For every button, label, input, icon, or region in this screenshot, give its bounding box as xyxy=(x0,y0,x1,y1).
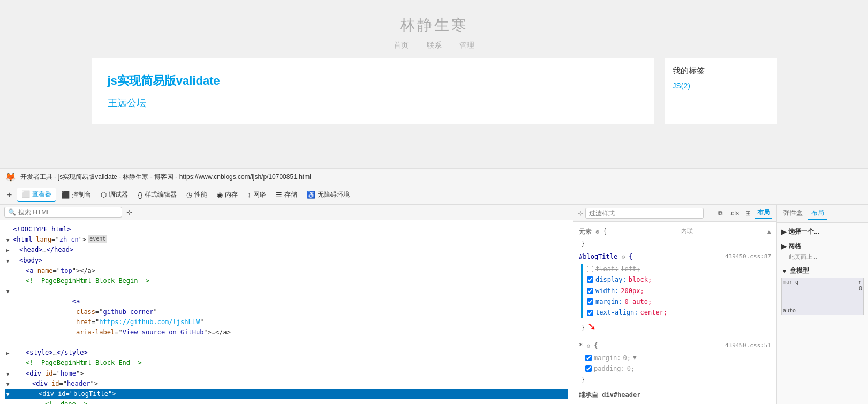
blog-content-area: js实现简易版validate 王远公坛 我的标签 JS(2) xyxy=(86,58,782,124)
nav-home[interactable]: 首页 xyxy=(394,41,409,49)
blog-title-text: 林静生寒 xyxy=(0,15,868,35)
nav-contact[interactable]: 联系 xyxy=(427,41,442,49)
blog-sidebar: 我的标签 JS(2) xyxy=(665,58,777,124)
nav-admin[interactable]: 管理 xyxy=(459,41,474,49)
blog-nav: 首页 联系 管理 xyxy=(0,41,868,50)
blog-header: 林静生寒 首页 联系 管理 xyxy=(0,0,868,58)
blog-post-title[interactable]: js实现简易版validate xyxy=(108,73,638,89)
blog-post-subtitle: 王远公坛 xyxy=(108,96,638,109)
blog-main: js实现简易版validate 王远公坛 xyxy=(92,58,654,124)
sidebar-tag[interactable]: JS(2) xyxy=(673,81,769,90)
sidebar-section-title: 我的标签 xyxy=(673,66,769,76)
